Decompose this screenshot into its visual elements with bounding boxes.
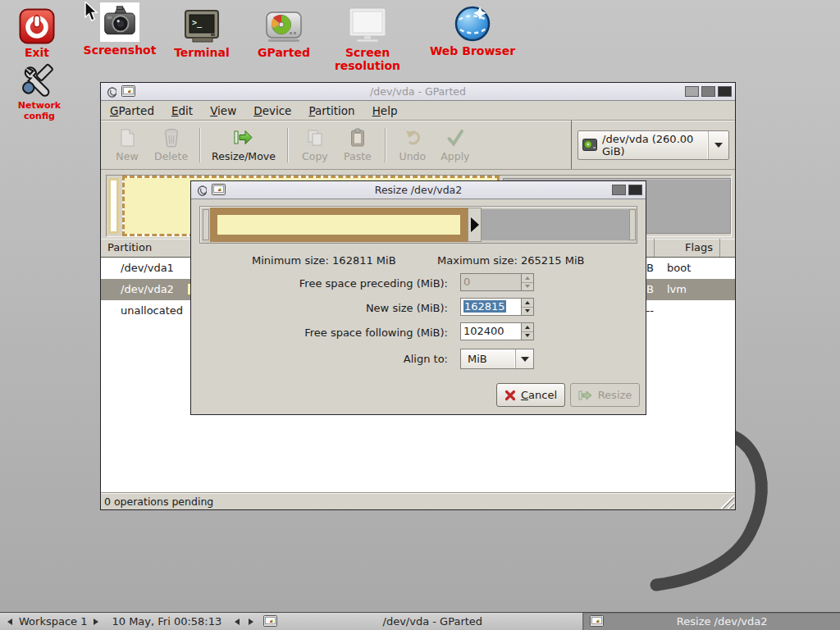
minimize-button[interactable]: [685, 86, 699, 97]
taskbar: Workspace 1 10 May, Fri 00:58:13 /dev/vd…: [0, 612, 840, 630]
selected-text: 162815: [463, 300, 506, 313]
apply-check-icon: [446, 128, 464, 148]
desktop-icon-label: Screenshot: [79, 43, 161, 57]
resize-button[interactable]: Resize: [570, 383, 640, 407]
free-space-preceding-label: Free space preceding (MiB):: [191, 277, 448, 290]
menu-device[interactable]: Device: [253, 104, 291, 117]
dialog-titlebar[interactable]: Resize /dev/vda2: [191, 181, 646, 199]
workspace-prev-arrow[interactable]: [7, 619, 12, 625]
align-to-combobox[interactable]: MiB: [460, 349, 534, 369]
gparted-task-icon: [590, 615, 604, 628]
menu-gparted[interactable]: GParted: [110, 104, 154, 117]
resize-far-right-handle[interactable]: [629, 209, 636, 240]
cancel-button[interactable]: Cancel: [496, 383, 565, 407]
resize-dialog: Resize /dev/vda2 Minimum size: 162811 Mi…: [190, 180, 646, 415]
resize-right-handle[interactable]: [468, 208, 482, 242]
tools-icon: [20, 61, 59, 98]
resize-slider-widget: [199, 206, 637, 244]
gparted-task-icon: [263, 615, 277, 628]
partition-name: unallocated: [121, 304, 183, 317]
desktop-icon-label: Terminal: [169, 46, 235, 59]
resize-arrow-icon: [578, 390, 593, 401]
partition-block-vda1[interactable]: [108, 178, 119, 234]
desktop-icon-screen-resolution[interactable]: Screen resolution: [318, 3, 417, 72]
undo-icon: [404, 128, 422, 148]
svg-text:>_: >_: [192, 18, 203, 28]
taskbar-clock: 10 May, Fri 00:58:13: [112, 615, 221, 628]
partition-name: /dev/vda1: [121, 262, 174, 274]
spin-up-button[interactable]: [522, 323, 533, 332]
device-area: /dev/vda (260.00 GiB): [571, 121, 735, 169]
resize-move-button[interactable]: Resize/Move: [206, 126, 281, 164]
dialog-close-button[interactable]: [628, 185, 642, 195]
workspace-next-arrow[interactable]: [94, 619, 98, 625]
desktop-icon-gparted[interactable]: GParted: [251, 3, 317, 59]
dialog-title: Resize /dev/vda2: [191, 184, 646, 196]
close-button[interactable]: [718, 86, 732, 97]
desktop-icon-label: Web Browser: [417, 44, 528, 57]
copy-icon: [306, 128, 324, 148]
exit-icon: [19, 8, 55, 44]
resize-move-icon: [233, 128, 254, 148]
desktop-icon-network-config[interactable]: Network config: [7, 57, 72, 121]
desktop-icon-terminal[interactable]: >_ Terminal: [169, 3, 235, 59]
column-header-flags[interactable]: Flags: [655, 239, 720, 257]
align-to-label: Align to:: [191, 353, 448, 365]
device-combo-arrow: [708, 131, 724, 159]
gparted-app-icon: [212, 184, 226, 196]
new-size-label: New size (MiB):: [191, 302, 448, 314]
minimum-size-text: Minimum size: 162811 MiB: [252, 254, 396, 267]
align-combo-arrow: [515, 349, 533, 368]
debian-swirl-icon: [196, 184, 207, 196]
free-space-following-spinbox[interactable]: 102400: [460, 322, 534, 340]
new-button[interactable]: New: [106, 126, 148, 164]
apply-button[interactable]: Apply: [434, 126, 477, 164]
statusbar: 0 operations pending: [101, 492, 735, 509]
menu-view[interactable]: View: [210, 104, 236, 117]
dialog-maximize-button[interactable]: [612, 185, 626, 195]
menubar: GParted Edit View Device Partition Help: [101, 101, 735, 121]
workspace-label: Workspace 1: [19, 615, 87, 628]
tasklist-prev-arrow[interactable]: [235, 619, 240, 625]
maximize-button[interactable]: [701, 86, 715, 97]
taskbar-task-resize-dialog[interactable]: Resize /dev/vda2: [582, 613, 840, 630]
device-combo-value: /dev/vda (260.00 GiB): [602, 133, 703, 158]
menu-edit[interactable]: Edit: [171, 104, 193, 117]
new-size-spinbox[interactable]: 162815: [460, 298, 534, 316]
spin-up-button[interactable]: [522, 299, 533, 308]
taskbar-task-gparted[interactable]: /dev/vda - GParted: [282, 613, 582, 630]
delete-button[interactable]: Delete: [148, 126, 194, 164]
toolbar-separator: [287, 128, 288, 162]
resize-partition-block[interactable]: [210, 208, 468, 242]
camera-icon: [100, 2, 139, 42]
spin-down-button[interactable]: [522, 308, 533, 316]
device-drive-icon: [582, 139, 597, 151]
desktop-icon-exit[interactable]: Exit: [10, 3, 64, 59]
device-combobox[interactable]: /dev/vda (260.00 GiB): [578, 130, 729, 160]
globe-icon: [453, 3, 492, 43]
spin-down-button[interactable]: [522, 283, 533, 291]
resize-left-handle[interactable]: [203, 209, 209, 240]
partition-name: /dev/vda2: [121, 283, 174, 295]
resize-free-space-block: [482, 209, 629, 240]
desktop-icon-web-browser[interactable]: Web Browser: [417, 2, 528, 57]
debian-swirl-icon: [106, 85, 116, 98]
spin-down-button[interactable]: [522, 332, 533, 340]
tasklist-next-arrow[interactable]: [249, 619, 253, 625]
menu-partition[interactable]: Partition: [308, 104, 354, 117]
desktop-icon-label: Screen resolution: [318, 46, 417, 72]
gparted-titlebar[interactable]: /dev/vda - GParted: [101, 83, 735, 101]
undo-button[interactable]: Undo: [391, 126, 434, 164]
free-space-preceding-spinbox[interactable]: 0: [460, 273, 534, 291]
spin-up-button[interactable]: [522, 274, 533, 283]
copy-button[interactable]: Copy: [294, 126, 336, 164]
desktop-icon-label: GParted: [251, 46, 317, 59]
right-arrow-icon: [471, 217, 479, 232]
window-title: /dev/vda - GParted: [101, 85, 735, 98]
menu-help[interactable]: Help: [372, 104, 398, 117]
toolbar: New Delete Resize/Move Copy: [101, 121, 735, 170]
trash-icon: [162, 128, 180, 148]
paste-button[interactable]: Paste: [336, 126, 379, 164]
paste-icon: [349, 128, 367, 148]
resize-grip[interactable]: [720, 495, 734, 509]
